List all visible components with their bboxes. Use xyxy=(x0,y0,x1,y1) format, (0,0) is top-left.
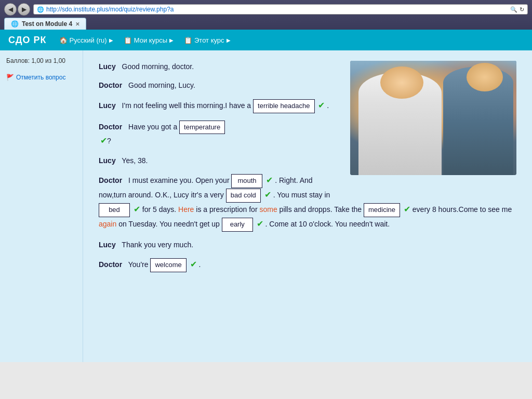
content-wrapper: Баллов: 1,00 из 1,00 🚩 Отметить вопрос L… xyxy=(0,50,532,362)
main-content: Lucy Good morning, doctor. Doctor Good m… xyxy=(83,50,532,362)
line4-pre: Have you got a xyxy=(128,123,177,131)
speaker-doctor-1: Doctor xyxy=(99,81,122,89)
flag-icon: 🏠 xyxy=(59,36,68,44)
refresh-icon: ↻ xyxy=(520,6,524,13)
checkmark-6: ✔ xyxy=(404,205,410,214)
tab-label: Test on Module 4 xyxy=(22,20,72,28)
checkmark-8: ✔ xyxy=(190,260,197,269)
speaker-doctor-4: Doctor xyxy=(99,260,122,269)
line8-post: . xyxy=(198,260,201,269)
checkmark-5: ✔ xyxy=(134,205,140,214)
answer-early: early xyxy=(222,218,253,232)
this-course-icon: 📋 xyxy=(184,36,192,44)
app-header: СДО РК 🏠 Русский (ru) ▶ 📋 Мои курсы ▶ 📋 … xyxy=(0,30,532,50)
line6-mid2: . You must stay in xyxy=(273,191,330,199)
checkmark-1: ✔ xyxy=(318,101,325,110)
line3-post: . xyxy=(327,101,329,110)
nav-buttons: ◀ ▶ xyxy=(4,3,30,16)
tabs-bar: 🌐 Test on Module 4 ✕ xyxy=(4,18,528,30)
lock-icon: 🌐 xyxy=(37,6,44,13)
speaker-lucy-2: Lucy xyxy=(99,101,116,110)
nav-item-language[interactable]: 🏠 Русский (ru) ▶ xyxy=(59,36,113,44)
nav-label-language: Русский (ru) xyxy=(70,36,107,44)
dialogue-line-7: Lucy Thank you very much. xyxy=(99,239,516,250)
browser-toolbar: ◀ ▶ 🌐 http://sdo.institute.plus/mod/quiz… xyxy=(4,3,528,16)
active-tab[interactable]: 🌐 Test on Module 4 ✕ xyxy=(4,18,86,30)
answer-bad-cold: bad cold xyxy=(226,189,261,203)
image-inner xyxy=(350,61,516,175)
doctor-patient-image xyxy=(350,61,516,175)
address-bar[interactable]: 🌐 http://sdo.institute.plus/mod/quiz/rev… xyxy=(33,4,528,15)
forward-button[interactable]: ▶ xyxy=(18,3,30,16)
line6-mid6: every 8 hours.Come to see me xyxy=(413,205,512,214)
flag-icon: 🚩 xyxy=(6,74,14,81)
browser-chrome: ◀ ▶ 🌐 http://sdo.institute.plus/mod/quiz… xyxy=(0,0,532,30)
nav-item-courses[interactable]: 📋 Мои курсы ▶ xyxy=(124,36,174,44)
speaker-lucy-4: Lucy xyxy=(99,241,116,249)
dialogue-line-8: Doctor You're welcome ✔ . xyxy=(99,258,516,272)
line6-mid3: for 5 days. xyxy=(142,205,176,214)
sidebar: Баллов: 1,00 из 1,00 🚩 Отметить вопрос xyxy=(0,50,83,362)
checkmark-3: ✔ xyxy=(266,176,273,184)
search-icon: 🔍 xyxy=(510,6,517,13)
line8-pre: You're xyxy=(128,260,149,269)
checkmark-2: ✔ xyxy=(100,136,107,145)
tab-favicon: 🌐 xyxy=(11,20,19,28)
nav-arrow-this-course: ▶ xyxy=(227,37,231,43)
speaker-lucy-1: Lucy xyxy=(99,62,116,71)
nav-menu: 🏠 Русский (ru) ▶ 📋 Мои курсы ▶ 📋 Этот ку… xyxy=(59,36,231,44)
answer-terrible-headache: terrible headache xyxy=(253,99,314,113)
flag-question-button[interactable]: 🚩 Отметить вопрос xyxy=(6,74,76,81)
line7-text: Thank you very much. xyxy=(122,241,193,249)
tab-close-button[interactable]: ✕ xyxy=(75,21,79,27)
back-button[interactable]: ◀ xyxy=(4,3,17,16)
checkmark-4: ✔ xyxy=(264,190,271,199)
line1-text: Good morning, doctor. xyxy=(122,62,194,71)
answer-bed: bed xyxy=(99,203,130,217)
nav-label-courses: Мои курсы xyxy=(134,36,167,44)
line5-text: Yes, 38. xyxy=(122,156,148,165)
answer-mouth: mouth xyxy=(231,174,262,188)
speaker-lucy-3: Lucy xyxy=(99,156,116,165)
address-text: http://sdo.institute.plus/mod/quiz/revie… xyxy=(46,6,508,13)
line6-mid8: . Come at 10 o'clock. You needn't wait. xyxy=(265,220,390,228)
dialogue-line-6: Doctor I must examine you. Open your mou… xyxy=(99,174,516,231)
doctor-head xyxy=(380,66,423,99)
line4-post: ? xyxy=(107,137,111,145)
highlight-some: some xyxy=(259,205,277,214)
answer-medicine: medicine xyxy=(364,203,400,217)
line6-pre: I must examine you. Open your xyxy=(128,176,230,184)
answer-welcome: welcome xyxy=(150,258,186,272)
nav-arrow-courses: ▶ xyxy=(169,37,174,43)
courses-icon: 📋 xyxy=(124,36,132,44)
line2-text: Good morning, Lucy. xyxy=(128,81,195,89)
highlight-again: again xyxy=(99,220,116,228)
app-title: СДО РК xyxy=(8,35,47,46)
nav-arrow-language: ▶ xyxy=(109,37,113,43)
line6-mid4: is a prescription for xyxy=(196,205,257,214)
line6-mid5: pills and dropps. Take the xyxy=(280,205,362,214)
line6-mid7: on Tuesday. You needn't get up xyxy=(118,220,220,228)
nav-label-this-course: Этот курс xyxy=(194,36,224,44)
flag-label: Отметить вопрос xyxy=(16,74,65,81)
speaker-doctor-3: Doctor xyxy=(99,176,122,184)
score-display: Баллов: 1,00 из 1,00 xyxy=(6,57,76,65)
speaker-doctor-2: Doctor xyxy=(99,123,122,131)
answer-temperature: temperature xyxy=(179,121,225,135)
checkmark-7: ✔ xyxy=(257,219,263,228)
highlight-here: Here xyxy=(178,205,194,214)
nav-item-this-course[interactable]: 📋 Этот курс ▶ xyxy=(184,36,231,44)
line3-pre: I'm not feeling well this morning.I have… xyxy=(122,101,251,110)
